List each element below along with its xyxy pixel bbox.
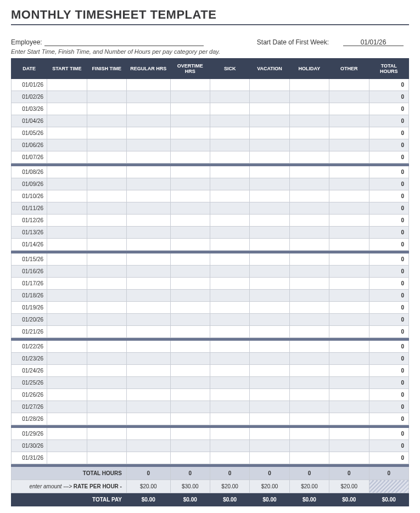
entry-cell[interactable] [289, 178, 329, 190]
entry-cell[interactable] [170, 215, 210, 227]
entry-cell[interactable] [329, 428, 369, 440]
entry-cell[interactable] [87, 401, 126, 413]
entry-cell[interactable] [87, 103, 126, 115]
entry-cell[interactable] [250, 278, 289, 290]
entry-cell[interactable] [170, 91, 210, 103]
entry-cell[interactable] [47, 202, 87, 215]
entry-cell[interactable] [250, 266, 289, 278]
entry-cell[interactable] [210, 190, 249, 202]
entry-cell[interactable] [87, 151, 126, 164]
entry-cell[interactable] [329, 413, 369, 425]
entry-cell[interactable] [210, 166, 249, 178]
entry-cell[interactable] [87, 452, 126, 464]
entry-cell[interactable] [47, 103, 87, 115]
entry-cell[interactable] [210, 389, 249, 401]
entry-cell[interactable] [126, 314, 170, 326]
entry-cell[interactable] [87, 314, 126, 326]
entry-cell[interactable] [170, 341, 210, 353]
entry-cell[interactable] [170, 440, 210, 452]
entry-cell[interactable] [329, 452, 369, 464]
entry-cell[interactable] [250, 377, 289, 389]
entry-cell[interactable] [250, 341, 289, 353]
entry-cell[interactable] [329, 341, 369, 353]
entry-cell[interactable] [126, 413, 170, 425]
entry-cell[interactable] [87, 79, 126, 91]
entry-cell[interactable] [47, 227, 87, 239]
entry-cell[interactable] [87, 365, 126, 377]
entry-cell[interactable] [210, 253, 249, 266]
entry-cell[interactable] [47, 341, 87, 353]
entry-cell[interactable] [170, 79, 210, 91]
entry-cell[interactable] [289, 314, 329, 326]
entry-cell[interactable] [329, 215, 369, 227]
entry-cell[interactable] [126, 115, 170, 127]
entry-cell[interactable] [47, 178, 87, 190]
entry-cell[interactable] [329, 239, 369, 251]
entry-cell[interactable] [210, 314, 249, 326]
entry-cell[interactable] [47, 452, 87, 464]
entry-cell[interactable] [210, 239, 249, 251]
entry-cell[interactable] [126, 341, 170, 353]
entry-cell[interactable] [250, 178, 289, 190]
entry-cell[interactable] [170, 103, 210, 115]
entry-cell[interactable] [329, 353, 369, 365]
entry-cell[interactable] [210, 202, 249, 215]
entry-cell[interactable] [250, 440, 289, 452]
entry-cell[interactable] [170, 389, 210, 401]
entry-cell[interactable] [289, 151, 329, 164]
entry-cell[interactable] [250, 413, 289, 425]
entry-cell[interactable] [250, 326, 289, 338]
entry-cell[interactable] [210, 115, 249, 127]
entry-cell[interactable] [87, 428, 126, 440]
entry-cell[interactable] [210, 91, 249, 103]
entry-cell[interactable] [250, 91, 289, 103]
entry-cell[interactable] [126, 227, 170, 239]
entry-cell[interactable] [126, 389, 170, 401]
entry-cell[interactable] [87, 266, 126, 278]
entry-cell[interactable] [329, 127, 369, 139]
entry-cell[interactable] [170, 115, 210, 127]
entry-cell[interactable] [170, 401, 210, 413]
entry-cell[interactable] [289, 139, 329, 151]
entry-cell[interactable] [126, 266, 170, 278]
entry-cell[interactable] [47, 166, 87, 178]
entry-cell[interactable] [289, 190, 329, 202]
entry-cell[interactable] [126, 440, 170, 452]
entry-cell[interactable] [289, 428, 329, 440]
entry-cell[interactable] [87, 115, 126, 127]
entry-cell[interactable] [126, 278, 170, 290]
entry-cell[interactable] [210, 139, 249, 151]
entry-cell[interactable] [47, 401, 87, 413]
rate-cell[interactable]: $20.00 [210, 480, 249, 493]
entry-cell[interactable] [170, 139, 210, 151]
entry-cell[interactable] [170, 202, 210, 215]
entry-cell[interactable] [126, 202, 170, 215]
entry-cell[interactable] [126, 326, 170, 338]
rate-cell[interactable]: $20.00 [126, 480, 170, 493]
rate-cell[interactable]: $20.00 [289, 480, 329, 493]
entry-cell[interactable] [87, 190, 126, 202]
entry-cell[interactable] [47, 290, 87, 302]
entry-cell[interactable] [126, 190, 170, 202]
entry-cell[interactable] [47, 353, 87, 365]
entry-cell[interactable] [289, 253, 329, 266]
entry-cell[interactable] [170, 178, 210, 190]
entry-cell[interactable] [210, 302, 249, 314]
entry-cell[interactable] [329, 166, 369, 178]
entry-cell[interactable] [210, 413, 249, 425]
entry-cell[interactable] [47, 413, 87, 425]
entry-cell[interactable] [126, 215, 170, 227]
entry-cell[interactable] [289, 115, 329, 127]
entry-cell[interactable] [210, 215, 249, 227]
entry-cell[interactable] [289, 266, 329, 278]
entry-cell[interactable] [289, 341, 329, 353]
entry-cell[interactable] [250, 389, 289, 401]
entry-cell[interactable] [250, 79, 289, 91]
entry-cell[interactable] [170, 278, 210, 290]
entry-cell[interactable] [170, 353, 210, 365]
entry-cell[interactable] [210, 341, 249, 353]
entry-cell[interactable] [329, 389, 369, 401]
entry-cell[interactable] [170, 377, 210, 389]
entry-cell[interactable] [329, 190, 369, 202]
entry-cell[interactable] [170, 266, 210, 278]
